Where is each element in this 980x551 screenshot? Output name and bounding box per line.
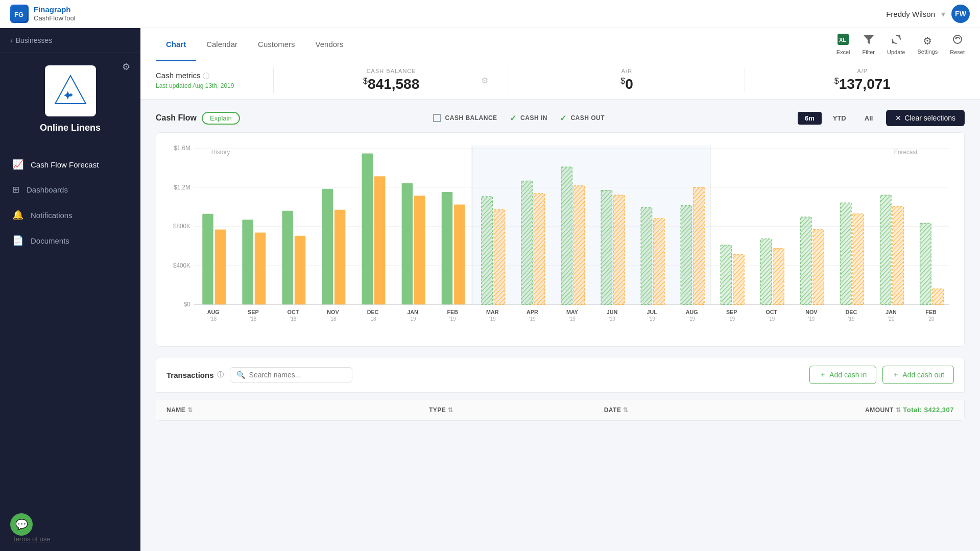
transactions-left: Transactions ⓘ 🔍 — [166, 367, 352, 382]
svg-rect-54 — [494, 210, 505, 305]
svg-rect-49 — [442, 192, 452, 304]
svg-rect-82 — [773, 248, 784, 304]
svg-text:MAR: MAR — [486, 309, 498, 315]
ar-metric: A/R $0 — [524, 68, 729, 92]
excel-icon: XL — [838, 34, 849, 47]
sidebar-back-button[interactable]: ‹ Businesses — [0, 28, 140, 53]
update-button[interactable]: Update — [887, 34, 905, 55]
tab-chart[interactable]: Chart — [156, 29, 196, 61]
chat-button[interactable]: 💬 — [10, 513, 33, 536]
period-buttons: 6m YTD All — [798, 112, 880, 125]
svg-rect-30 — [255, 233, 266, 305]
add-cash-out-button[interactable]: ＋ Add cash out — [882, 366, 954, 384]
cash-balance-metric: CASH BALANCE $841,588 ⚙ — [289, 68, 493, 92]
cash-balance-label: CASH BALANCE — [367, 68, 416, 74]
svg-rect-69 — [641, 208, 652, 305]
user-dropdown-icon[interactable]: ▾ — [941, 9, 945, 19]
tab-customers[interactable]: Customers — [248, 29, 305, 61]
column-header-amount: AMOUNT ⇅ Total: $422,307 — [779, 406, 954, 414]
sidebar-item-dashboards[interactable]: ⊞ Dashboards — [0, 177, 140, 202]
svg-rect-57 — [521, 181, 532, 304]
tab-calendar[interactable]: Calendar — [196, 29, 248, 61]
reset-icon — [952, 34, 963, 47]
metrics-divider-1 — [273, 67, 274, 93]
explain-button[interactable]: Explain — [202, 112, 240, 125]
sidebar-item-documents[interactable]: 📄 Documents — [0, 228, 140, 253]
chart-header: Cash Flow Explain CASH BALANCE ✓ CASH IN… — [156, 110, 965, 126]
period-all-button[interactable]: All — [857, 112, 880, 125]
svg-rect-38 — [334, 210, 345, 305]
user-avatar[interactable]: FW — [951, 5, 970, 23]
svg-rect-85 — [800, 217, 811, 304]
user-name[interactable]: Freddy Wilson — [886, 10, 935, 18]
svg-text:'18: '18 — [290, 316, 297, 322]
svg-text:'18: '18 — [250, 316, 256, 322]
clear-selections-button[interactable]: ✕ Clear selections — [886, 110, 965, 126]
svg-text:AUG: AUG — [686, 309, 698, 315]
svg-rect-34 — [295, 236, 305, 305]
bell-icon: 🔔 — [12, 209, 23, 221]
svg-text:'18: '18 — [370, 316, 376, 322]
transactions-table: NAME ⇅ TYPE ⇅ DATE ⇅ AMOUNT ⇅ Total: $42… — [156, 400, 965, 421]
main-content: Chart Calendar Customers Vendors XL Exce… — [140, 28, 980, 551]
svg-text:OCT: OCT — [766, 309, 777, 315]
tab-bar: Chart Calendar Customers Vendors — [156, 28, 354, 61]
chart-section: Cash Flow Explain CASH BALANCE ✓ CASH IN… — [140, 100, 980, 357]
name-sort-icon[interactable]: ⇅ — [187, 406, 193, 414]
svg-text:'18: '18 — [210, 316, 217, 322]
svg-text:JUN: JUN — [607, 309, 618, 315]
svg-rect-77 — [721, 245, 731, 304]
company-name: Online Linens — [40, 123, 101, 133]
add-cash-in-button[interactable]: ＋ Add cash in — [809, 366, 876, 384]
last-updated: Last updated Aug 13th, 2019 — [156, 82, 258, 89]
reset-button[interactable]: Reset — [950, 34, 965, 55]
svg-rect-20 — [472, 146, 710, 304]
svg-text:'19: '19 — [688, 316, 695, 322]
svg-text:APR: APR — [527, 309, 538, 315]
metrics-divider-2 — [509, 67, 509, 93]
svg-rect-62 — [573, 186, 584, 305]
svg-rect-42 — [374, 176, 385, 304]
transactions-right: ＋ Add cash in ＋ Add cash out — [809, 366, 954, 384]
sidebar-item-notifications[interactable]: 🔔 Notifications — [0, 202, 140, 228]
cash-out-check-icon: ✓ — [560, 113, 567, 123]
metrics-info-icon[interactable]: ⓘ — [203, 72, 209, 80]
transactions-info-icon[interactable]: ⓘ — [217, 370, 224, 379]
svg-rect-46 — [414, 196, 425, 304]
legend-cash-balance: CASH BALANCE — [433, 114, 497, 122]
date-sort-icon[interactable]: ⇅ — [623, 406, 629, 414]
svg-text:'20: '20 — [928, 316, 935, 322]
sidebar-item-cash-flow-forecast[interactable]: 📈 Cash Flow Forecast — [0, 152, 140, 177]
svg-rect-53 — [482, 197, 492, 304]
svg-text:MAY: MAY — [566, 309, 579, 315]
excel-button[interactable]: XL Excel — [836, 34, 850, 55]
svg-text:$0: $0 — [184, 301, 190, 308]
tab-vendors[interactable]: Vendors — [305, 29, 354, 61]
svg-rect-65 — [601, 190, 612, 304]
svg-text:'19: '19 — [529, 316, 536, 322]
svg-text:$1.6M: $1.6M — [174, 145, 190, 152]
chart-controls: 6m YTD All ✕ Clear selections — [798, 110, 965, 126]
cash-balance-gear-icon[interactable]: ⚙ — [481, 76, 488, 85]
search-input[interactable] — [249, 371, 346, 379]
svg-text:DEC: DEC — [846, 309, 857, 315]
svg-text:Forecast: Forecast — [894, 149, 918, 156]
svg-text:'19: '19 — [728, 316, 735, 322]
type-sort-icon[interactable]: ⇅ — [448, 406, 453, 414]
svg-rect-50 — [454, 204, 465, 304]
amount-sort-icon[interactable]: ⇅ — [896, 406, 901, 414]
cash-in-check-icon: ✓ — [510, 113, 517, 123]
terms-of-use-link[interactable]: Terms of use — [12, 535, 50, 543]
svg-rect-81 — [760, 239, 771, 305]
ap-value: $137,071 — [834, 76, 891, 92]
svg-rect-74 — [694, 187, 704, 305]
sidebar-gear-icon[interactable]: ⚙ — [122, 61, 130, 73]
settings-button[interactable]: ⚙ Settings — [918, 35, 938, 55]
search-icon: 🔍 — [236, 371, 245, 379]
filter-button[interactable]: Filter — [863, 34, 875, 55]
sidebar-nav: 📈 Cash Flow Forecast ⊞ Dashboards 🔔 Noti… — [0, 141, 140, 527]
period-6m-button[interactable]: 6m — [798, 112, 822, 125]
cash-metrics-label: Cash metrics ⓘ Last updated Aug 13th, 20… — [156, 71, 258, 89]
svg-rect-37 — [322, 189, 332, 305]
period-ytd-button[interactable]: YTD — [826, 112, 853, 125]
